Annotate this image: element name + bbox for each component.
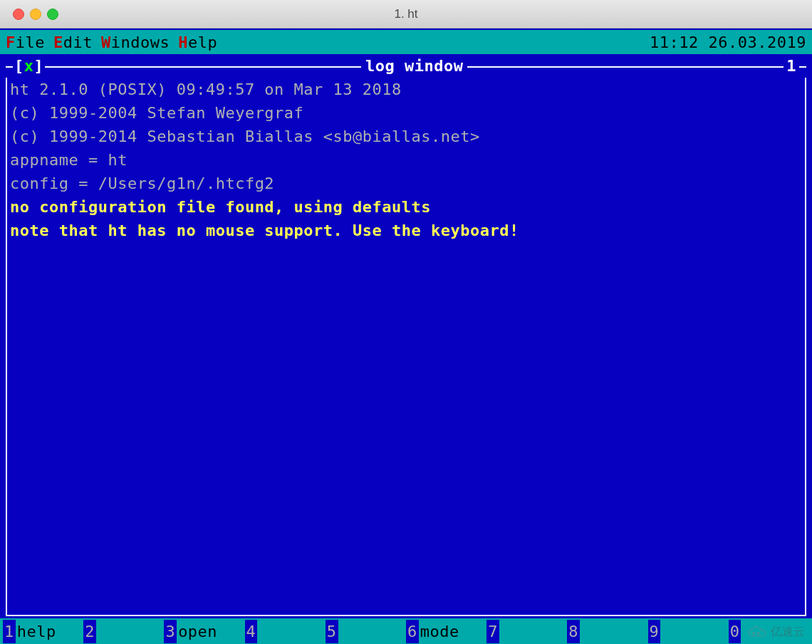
terminal: File Edit Windows Help 11:12 26.03.2019 … [0, 28, 812, 644]
titlebar: 1. ht [0, 0, 812, 28]
fkey-number: 1 [3, 620, 16, 643]
fkey-number: 0 [729, 620, 741, 643]
close-icon: x [24, 57, 34, 75]
fkey-number: 2 [83, 620, 96, 643]
menu-file[interactable]: File [6, 31, 45, 54]
menu-hotkey: W [101, 33, 111, 51]
fkey-9[interactable]: 9 [648, 620, 729, 643]
fkey-4[interactable]: 4 [245, 620, 326, 643]
fkey-7[interactable]: 7 [486, 620, 567, 643]
log-line: ht 2.1.0 (POSIX) 09:49:57 on Mar 13 2018 [10, 78, 802, 101]
log-line: (c) 1999-2014 Sebastian Biallas <sb@bial… [10, 125, 802, 148]
window-title: 1. ht [0, 7, 812, 21]
fkey-number: 3 [164, 620, 177, 643]
menu-hotkey: F [6, 33, 16, 51]
traffic-lights [0, 9, 58, 20]
fkey-label: mode [420, 620, 459, 643]
menu-windows[interactable]: Windows [101, 31, 170, 54]
fkey-3[interactable]: 3open [164, 620, 244, 643]
log-line: appname = ht [10, 148, 802, 172]
log-body: ht 2.1.0 (POSIX) 09:49:57 on Mar 13 2018… [6, 78, 806, 616]
frame-title: log window [361, 54, 467, 78]
menu-edit[interactable]: Edit [53, 31, 93, 54]
log-window: [x] log window 1 ht 2.1.0 (POSIX) 09:49:… [6, 54, 806, 614]
fkey-1[interactable]: 1help [3, 620, 83, 643]
clock: 11:12 26.03.2019 [650, 31, 809, 54]
zoom-window-button[interactable] [47, 9, 58, 20]
fkey-number: 4 [245, 620, 258, 643]
menu-hotkey: H [178, 33, 188, 51]
fkey-number: 8 [567, 620, 580, 643]
fkey-8[interactable]: 8 [567, 620, 647, 643]
fkey-0[interactable]: 0 [729, 620, 809, 643]
menu-label: ile [16, 33, 45, 51]
log-line: config = /Users/g1n/.htcfg2 [10, 172, 802, 195]
fkey-2[interactable]: 2 [83, 620, 164, 643]
fkey-number: 6 [406, 620, 419, 643]
menu-list: File Edit Windows Help [3, 31, 217, 54]
minimize-window-button[interactable] [30, 9, 41, 20]
fkey-number: 9 [648, 620, 661, 643]
close-window-button[interactable] [13, 9, 24, 20]
fkey-number: 7 [486, 620, 499, 643]
menu-label: elp [188, 33, 217, 51]
frame-top: [x] log window 1 [6, 54, 806, 78]
fkey-6[interactable]: 6mode [406, 620, 486, 643]
fkey-label: help [17, 620, 56, 643]
menu-help[interactable]: Help [178, 31, 217, 54]
log-line: note that ht has no mouse support. Use t… [10, 219, 802, 242]
log-line: no configuration file found, using defau… [10, 195, 802, 219]
function-key-bar: 1help 2 3open 4 5 6mode 7 8 9 0 [0, 618, 812, 644]
menubar: File Edit Windows Help 11:12 26.03.2019 [0, 30, 812, 54]
log-line: (c) 1999-2004 Stefan Weyergraf [10, 101, 802, 125]
menu-hotkey: E [53, 33, 63, 51]
window-number: 1 [784, 54, 799, 78]
fkey-5[interactable]: 5 [326, 620, 406, 643]
fkey-number: 5 [326, 620, 338, 643]
menu-label: indows [111, 33, 170, 51]
window-close-control[interactable]: [x] [13, 54, 45, 78]
menu-label: dit [63, 33, 93, 51]
fkey-label: open [178, 620, 217, 643]
